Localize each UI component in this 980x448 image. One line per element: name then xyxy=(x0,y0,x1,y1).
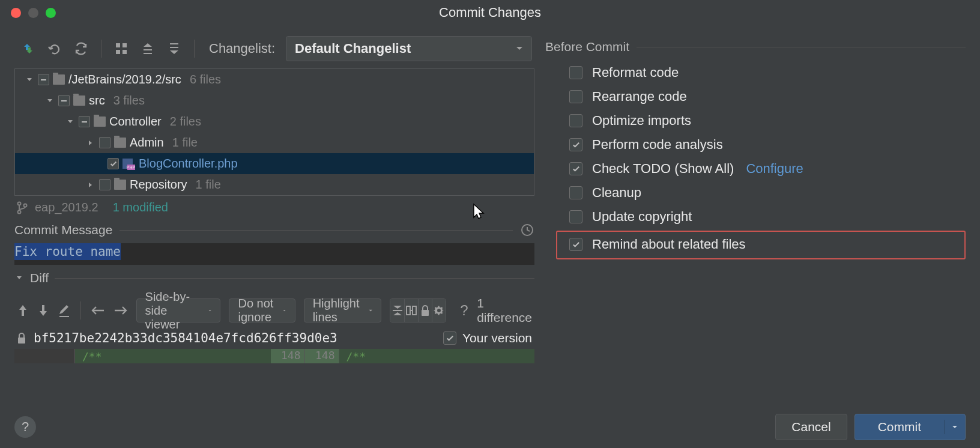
lock-icon[interactable] xyxy=(419,299,432,322)
chevron-down-icon xyxy=(208,309,211,313)
changelist-select[interactable]: Default Changelist xyxy=(286,36,532,61)
opt-remind[interactable]: Remind about related files xyxy=(569,237,952,252)
opt-analyze[interactable]: Perform code analysis xyxy=(569,137,966,153)
nav-forward-icon[interactable] xyxy=(113,303,128,318)
tree-row-src[interactable]: src 3 files xyxy=(15,90,534,111)
nav-back-icon[interactable] xyxy=(91,303,105,318)
tree-row-controller[interactable]: Controller 2 files xyxy=(15,111,534,132)
diff-count: 1 difference xyxy=(477,296,532,325)
next-change-icon[interactable] xyxy=(37,303,49,318)
opt-rearrange[interactable]: Rearrange code xyxy=(569,89,966,104)
your-version-label: Your version xyxy=(462,331,532,345)
minimize-window-button[interactable] xyxy=(28,8,38,18)
commit-dropdown[interactable] xyxy=(945,425,965,429)
svg-point-8 xyxy=(18,210,21,213)
changelist-label: Changelist: xyxy=(209,41,275,56)
titlebar: Commit Changes xyxy=(0,0,980,25)
checkbox-checked[interactable] xyxy=(107,158,119,169)
tree-count: 3 files xyxy=(113,94,145,107)
before-commit-label: Before Commit xyxy=(545,40,629,54)
chevron-down-icon xyxy=(369,309,373,313)
opt-todo[interactable]: Check TODO (Show All)Configure xyxy=(569,161,966,177)
expand-arrow-icon[interactable] xyxy=(45,97,55,104)
tree-count: 1 file xyxy=(196,178,221,192)
viewer-mode-select[interactable]: Side-by-side viewer xyxy=(136,298,221,322)
commit-hash: bf5217be2242b33dc3584104e7fcd626ff39d0e3 xyxy=(34,331,337,345)
whitespace-select[interactable]: Do not ignore xyxy=(229,298,295,322)
tristate-checkbox[interactable] xyxy=(38,74,49,85)
commit-message-label: Commit Message xyxy=(14,223,112,237)
svg-rect-0 xyxy=(116,43,120,47)
configure-link[interactable]: Configure xyxy=(746,161,803,177)
folder-icon xyxy=(94,117,106,127)
highlight-select[interactable]: Highlight lines xyxy=(304,298,382,322)
expand-arrow-icon[interactable] xyxy=(25,76,34,83)
cancel-button[interactable]: Cancel xyxy=(775,414,847,440)
svg-point-7 xyxy=(18,202,21,205)
branch-status: eap_2019.2 1 modified xyxy=(14,196,534,219)
opt-cleanup[interactable]: Cleanup xyxy=(569,185,966,201)
group-by-icon[interactable] xyxy=(113,41,129,56)
your-version-checkbox[interactable] xyxy=(443,331,456,345)
opt-optimize[interactable]: Optimize imports xyxy=(569,113,966,129)
help-button[interactable]: ? xyxy=(14,416,36,438)
tree-count: 6 files xyxy=(190,73,221,86)
branch-name: eap_2019.2 xyxy=(35,201,98,214)
prev-change-icon[interactable] xyxy=(17,303,29,318)
svg-rect-11 xyxy=(407,306,410,315)
history-icon[interactable] xyxy=(520,223,534,237)
close-window-button[interactable] xyxy=(11,8,21,18)
collapse-diff-icon[interactable] xyxy=(20,41,36,56)
tree-label: Admin xyxy=(130,136,164,150)
changes-toolbar: Changelist: Default Changelist xyxy=(14,31,534,68)
help-icon[interactable]: ? xyxy=(459,303,468,318)
sync-scroll-icon[interactable] xyxy=(405,299,419,322)
undo-icon[interactable] xyxy=(47,41,62,56)
changes-tree[interactable]: /JetBrains/2019.2/src 6 files src 3 file… xyxy=(14,68,534,196)
window-controls xyxy=(0,8,56,18)
refresh-icon[interactable] xyxy=(73,41,89,56)
opt-copyright[interactable]: Update copyright xyxy=(569,209,966,225)
tree-row-admin[interactable]: Admin 1 file xyxy=(15,132,534,153)
gear-icon[interactable] xyxy=(432,299,446,322)
diff-preview[interactable]: /** 148 148 /** xyxy=(14,349,534,363)
expand-arrow-icon[interactable] xyxy=(65,118,75,126)
folder-icon xyxy=(53,74,65,85)
collapse-arrow-icon[interactable] xyxy=(86,181,95,189)
tree-label: src xyxy=(89,94,105,107)
tree-label: BlogController.php xyxy=(139,157,238,171)
edit-icon[interactable] xyxy=(58,303,71,318)
commit-message-input[interactable]: Fix route name xyxy=(14,243,534,265)
highlighted-option: Remind about related files xyxy=(556,231,966,259)
maximize-window-button[interactable] xyxy=(46,8,56,18)
tristate-checkbox[interactable] xyxy=(79,116,90,127)
tree-count: 1 file xyxy=(172,136,198,150)
tree-label: Repository xyxy=(130,178,187,192)
collapse-arrow-icon[interactable] xyxy=(14,274,24,282)
collapse-all-icon[interactable] xyxy=(166,41,182,56)
checkbox[interactable] xyxy=(99,179,110,190)
php-file-icon: PHP xyxy=(122,157,135,170)
tree-label: /JetBrains/2019.2/src xyxy=(68,73,181,86)
folder-icon xyxy=(114,180,126,190)
diff-view-options xyxy=(390,298,446,322)
expand-all-icon[interactable] xyxy=(140,41,156,56)
changelist-value: Default Changelist xyxy=(295,41,411,56)
tree-row-blog[interactable]: PHP BlogController.php xyxy=(15,153,534,174)
window-title: Commit Changes xyxy=(0,5,980,20)
svg-text:PHP: PHP xyxy=(127,165,135,169)
opt-reformat[interactable]: Reformat code xyxy=(569,65,966,80)
svg-rect-3 xyxy=(122,50,127,54)
lock-icon xyxy=(17,332,26,344)
branch-icon xyxy=(17,201,28,214)
tristate-checkbox[interactable] xyxy=(58,95,70,106)
commit-button[interactable]: Commit xyxy=(854,414,966,440)
tree-row-repo[interactable]: Repository 1 file xyxy=(15,174,534,195)
modified-count: 1 modified xyxy=(113,201,168,214)
collapse-unchanged-icon[interactable] xyxy=(390,299,404,322)
tree-row-root[interactable]: /JetBrains/2019.2/src 6 files xyxy=(15,69,534,90)
svg-rect-13 xyxy=(422,310,429,316)
folder-icon xyxy=(114,138,126,148)
checkbox[interactable] xyxy=(99,137,110,148)
collapse-arrow-icon[interactable] xyxy=(86,139,95,147)
